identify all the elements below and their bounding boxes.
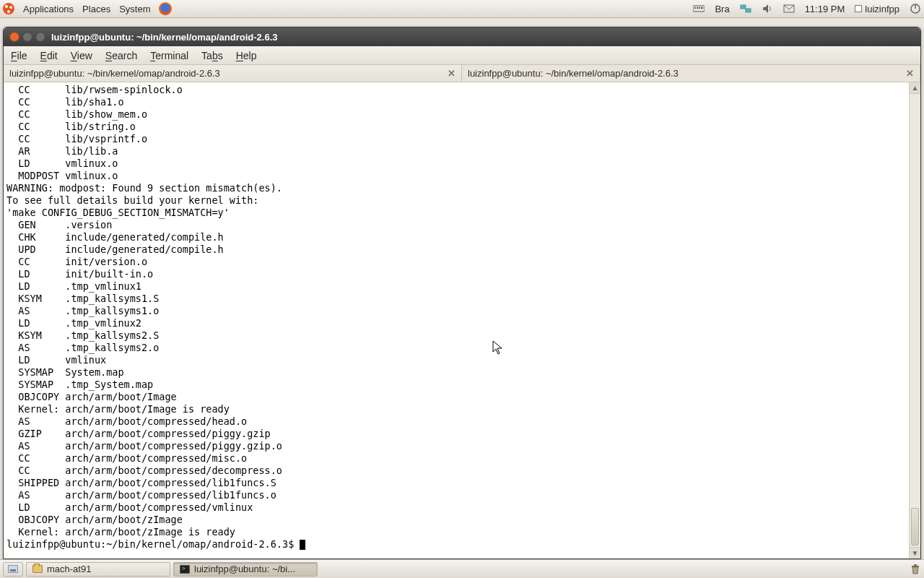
clock[interactable]: 11:19 PM [805,4,845,14]
menu-help[interactable]: Help [236,50,257,61]
folder-icon [32,565,43,573]
window-titlebar[interactable]: luizinfpp@ubuntu: ~/bin/kernel/omap/andr… [4,27,920,46]
terminal-cursor [300,540,305,550]
menu-search[interactable]: Search [105,50,137,61]
gnome-bottom-panel: mach-at91 luizinfpp@ubuntu: ~/bi... [0,559,924,578]
scroll-thumb[interactable] [911,508,919,545]
svg-rect-4 [701,7,703,9]
svg-rect-3 [699,7,700,9]
svg-rect-1 [694,7,696,9]
terminal-tabbar: luizinfpp@ubuntu: ~/bin/kernel/omap/andr… [4,65,920,82]
trash-icon[interactable] [910,564,921,575]
menu-tabs[interactable]: Tabs [201,50,223,61]
terminal-menubar: File Edit View Search Terminal Tabs Help [4,46,920,65]
terminal-tab-1-label: luizinfpp@ubuntu: ~/bin/kernel/omap/andr… [9,68,220,79]
terminal-scrollbar[interactable]: ▲ ▼ [909,82,920,558]
svg-rect-2 [697,7,698,9]
scroll-up-icon[interactable]: ▲ [910,82,920,94]
firefox-launcher-icon[interactable] [159,2,172,15]
user-name: luizinfpp [865,4,899,14]
user-menu[interactable]: luizinfpp [855,4,899,14]
svg-rect-11 [912,566,919,567]
menu-view[interactable]: View [71,50,92,61]
menu-edit[interactable]: Edit [40,50,58,61]
terminal-output[interactable]: CC lib/rwsem-spinlock.o CC lib/sha1.o CC… [4,82,909,558]
menu-applications[interactable]: Applications [23,4,74,14]
taskbar-item-filemanager[interactable]: mach-at91 [26,562,170,577]
terminal-tab-2[interactable]: luizinfpp@ubuntu: ~/bin/kernel/omap/andr… [462,65,920,82]
taskbar-item-filemanager-label: mach-at91 [47,564,91,574]
keyboard-layout-icon[interactable] [693,3,705,14]
terminal-prompt: luizinfpp@ubuntu:~/bin/kernel/omap/andro… [6,538,300,550]
terminal-icon [180,565,190,574]
scroll-down-icon[interactable]: ▼ [910,547,920,558]
window-maximize-button[interactable] [35,32,45,42]
menu-places[interactable]: Places [82,4,110,14]
ubuntu-logo-icon[interactable] [3,3,14,14]
mail-icon[interactable] [783,3,795,14]
show-desktop-icon [8,565,18,573]
taskbar-item-terminal-label: luizinfpp@ubuntu: ~/bi... [194,564,295,574]
svg-rect-12 [914,564,917,566]
network-icon[interactable] [740,3,751,14]
terminal-tab-1[interactable]: luizinfpp@ubuntu: ~/bin/kernel/omap/andr… [4,65,462,82]
window-close-button[interactable] [9,32,19,42]
gnome-top-panel: Applications Places System Bra 11:19 PM … [0,0,924,18]
user-status-icon [855,5,862,12]
svg-rect-5 [741,5,746,9]
terminal-tab-1-close-icon[interactable]: ✕ [439,68,456,79]
volume-icon[interactable] [762,3,773,14]
svg-rect-6 [746,9,751,12]
show-desktop-button[interactable] [3,562,23,577]
terminal-window: luizinfpp@ubuntu: ~/bin/kernel/omap/andr… [3,27,921,559]
taskbar-item-terminal[interactable]: luizinfpp@ubuntu: ~/bi... [173,562,318,577]
window-title: luizinfpp@ubuntu: ~/bin/kernel/omap/andr… [51,32,278,43]
terminal-tab-2-close-icon[interactable]: ✕ [897,68,914,79]
terminal-tab-2-label: luizinfpp@ubuntu: ~/bin/kernel/omap/andr… [468,68,679,79]
keyboard-layout-label[interactable]: Bra [715,4,729,14]
power-icon[interactable] [910,3,921,14]
menu-system[interactable]: System [119,4,150,14]
menu-terminal[interactable]: Terminal [150,50,188,61]
svg-marker-7 [763,4,768,13]
window-minimize-button[interactable] [22,32,32,42]
menu-file[interactable]: File [11,50,27,61]
